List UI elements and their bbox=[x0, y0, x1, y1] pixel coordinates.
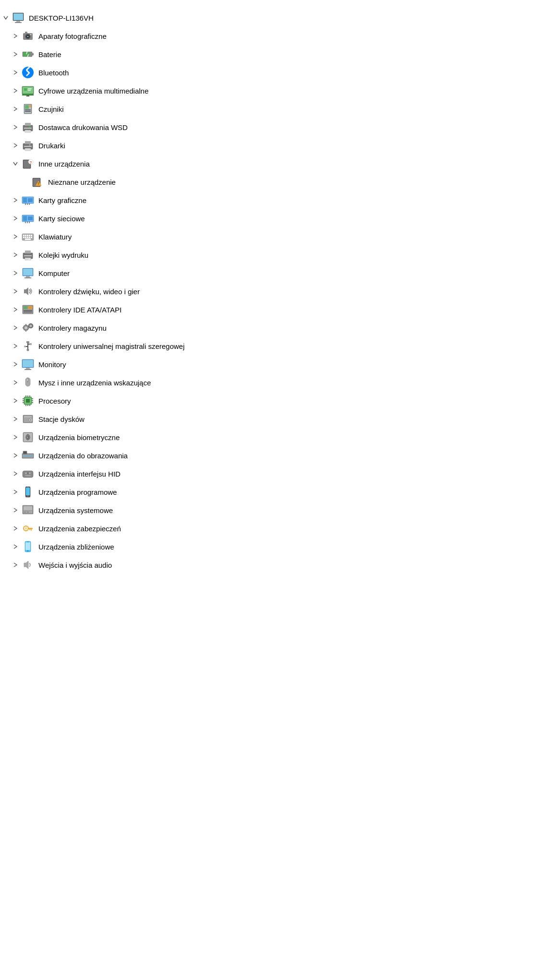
usb-controller-icon bbox=[20, 338, 36, 354]
multimedia-icon bbox=[20, 83, 36, 98]
item-procesory[interactable]: Procesory bbox=[0, 392, 537, 410]
svg-rect-145 bbox=[23, 455, 33, 456]
item-kontrolery-usb[interactable]: Kontrolery uniwersalnej magistrali szere… bbox=[0, 337, 537, 355]
svg-rect-28 bbox=[25, 109, 31, 110]
chevron-audio[interactable] bbox=[11, 560, 20, 570]
label-kolejki: Kolejki wydruku bbox=[38, 251, 88, 259]
svg-rect-161 bbox=[24, 512, 26, 513]
chevron-kontrolery-magazynu[interactable] bbox=[11, 323, 20, 333]
item-audio[interactable]: Wejścia i wyjścia audio bbox=[0, 556, 537, 574]
item-bluetooth[interactable]: Bluetooth bbox=[0, 63, 537, 82]
item-cyfrowe[interactable]: Cyfrowe urządzenia multimedialne bbox=[0, 82, 537, 100]
svg-marker-89 bbox=[24, 287, 28, 295]
svg-rect-101 bbox=[25, 331, 26, 332]
svg-rect-139 bbox=[24, 419, 29, 420]
chevron-klawiatury[interactable] bbox=[11, 232, 20, 241]
chevron-hid[interactable] bbox=[11, 469, 20, 478]
chevron-kontrolery-ide[interactable] bbox=[11, 305, 20, 314]
chevron-zblizeniowe[interactable] bbox=[11, 542, 20, 551]
svg-rect-40 bbox=[24, 146, 32, 147]
svg-point-44 bbox=[29, 144, 31, 146]
chevron-zabezpieczen[interactable] bbox=[11, 524, 20, 533]
label-aparaty: Aparaty fotograficzne bbox=[38, 32, 107, 40]
chevron-karty-sieciowe[interactable] bbox=[11, 214, 20, 223]
print-queue-icon bbox=[20, 247, 36, 263]
chevron-kolejki[interactable] bbox=[11, 250, 20, 260]
item-obrazowanie[interactable]: Urządzenia do obrazowania bbox=[0, 446, 537, 465]
svg-rect-120 bbox=[26, 399, 30, 403]
svg-rect-3 bbox=[15, 22, 22, 23]
item-drukarki[interactable]: Drukarki bbox=[0, 136, 537, 155]
audio-io-icon bbox=[20, 557, 36, 573]
item-dostawca[interactable]: Dostawca drukowania WSD bbox=[0, 118, 537, 136]
svg-rect-130 bbox=[32, 398, 33, 399]
storage-controller-icon bbox=[20, 320, 36, 335]
item-zblizeniowe[interactable]: Urządzenia zbliżeniowe bbox=[0, 538, 537, 556]
item-monitory[interactable]: Monitory bbox=[0, 355, 537, 373]
svg-text:!: ! bbox=[38, 182, 39, 185]
item-kolejki[interactable]: Kolejki wydruku bbox=[0, 246, 537, 264]
bluetooth-icon bbox=[20, 65, 36, 80]
svg-rect-105 bbox=[26, 341, 29, 343]
svg-point-110 bbox=[27, 349, 29, 351]
item-hid[interactable]: Urządzenia interfejsu HID bbox=[0, 465, 537, 483]
chevron-cyfrowe[interactable] bbox=[11, 86, 20, 96]
item-inne[interactable]: ? Inne urządzenia bbox=[0, 155, 537, 173]
chevron-programowe[interactable] bbox=[11, 487, 20, 497]
item-czujniki[interactable]: Czujniki bbox=[0, 100, 537, 118]
svg-rect-166 bbox=[31, 529, 32, 531]
item-nieznane[interactable]: ! Nieznane urządzenie bbox=[0, 173, 537, 191]
battery-icon bbox=[20, 47, 36, 62]
chevron-procesory[interactable] bbox=[11, 396, 20, 406]
item-klawiatury[interactable]: Klawiatury bbox=[0, 227, 537, 246]
chevron-mysz[interactable] bbox=[11, 378, 20, 387]
chevron-karty-graficzne[interactable] bbox=[11, 195, 20, 205]
item-programowe[interactable]: Urządzenia programowe bbox=[0, 483, 537, 501]
chevron-inne[interactable] bbox=[11, 159, 20, 168]
item-karty-graficzne[interactable]: Karty graficzne bbox=[0, 191, 537, 209]
chevron-monitory[interactable] bbox=[11, 359, 20, 369]
label-bluetooth: Bluetooth bbox=[38, 69, 69, 77]
chevron-systemowe[interactable] bbox=[11, 505, 20, 515]
chevron-komputer[interactable] bbox=[11, 268, 20, 278]
camera-icon bbox=[20, 28, 36, 44]
item-komputer[interactable]: Komputer bbox=[0, 264, 537, 282]
svg-rect-20 bbox=[24, 88, 27, 91]
chevron-bluetooth[interactable] bbox=[11, 68, 20, 77]
chevron-drukarki[interactable] bbox=[11, 141, 20, 150]
root-item[interactable]: DESKTOP-LI136VH bbox=[0, 9, 537, 27]
item-kontrolery-ide[interactable]: Kontrolery IDE ATA/ATAPI bbox=[0, 300, 537, 319]
chevron-czujniki[interactable] bbox=[11, 104, 20, 114]
svg-rect-113 bbox=[26, 368, 30, 369]
item-kontrolery-dzwieku[interactable]: Kontrolery dźwięku, wideo i gier bbox=[0, 282, 537, 300]
item-systemowe[interactable]: Urządzenia systemowe bbox=[0, 501, 537, 519]
chevron-kontrolery-dzwieku[interactable] bbox=[11, 287, 20, 296]
chevron-kontrolery-usb[interactable] bbox=[11, 341, 20, 351]
label-zabezpieczen: Urządzenia zabezpieczeń bbox=[38, 525, 121, 533]
item-aparaty[interactable]: Aparaty fotograficzne bbox=[0, 27, 537, 45]
item-mysz[interactable]: Mysz i inne urządzenia wskazujące bbox=[0, 373, 537, 392]
svg-rect-55 bbox=[23, 198, 27, 203]
label-kontrolery-ide: Kontrolery IDE ATA/ATAPI bbox=[38, 306, 122, 314]
svg-rect-107 bbox=[30, 343, 32, 345]
svg-rect-121 bbox=[25, 395, 26, 397]
item-kontrolery-magazynu[interactable]: Kontrolery magazynu bbox=[0, 319, 537, 337]
item-zabezpieczen[interactable]: Urządzenia zabezpieczeń bbox=[0, 519, 537, 538]
item-biometryczne[interactable]: Urządzenia biometryczne bbox=[0, 428, 537, 446]
item-stacje-dyskow[interactable]: Stacje dysków bbox=[0, 410, 537, 428]
chevron-baterie[interactable] bbox=[11, 49, 20, 59]
chevron-biometryczne[interactable] bbox=[11, 432, 20, 442]
chevron-stacje-dyskow[interactable] bbox=[11, 414, 20, 424]
item-baterie[interactable]: Baterie bbox=[0, 45, 537, 63]
label-kontrolery-dzwieku: Kontrolery dźwięku, wideo i gier bbox=[38, 287, 140, 296]
svg-point-150 bbox=[29, 472, 31, 474]
svg-point-155 bbox=[27, 495, 28, 496]
chevron-aparaty[interactable] bbox=[11, 31, 20, 41]
item-karty-sieciowe[interactable]: Karty sieciowe bbox=[0, 209, 537, 227]
chevron-obrazowanie[interactable] bbox=[11, 451, 20, 460]
svg-rect-59 bbox=[29, 203, 30, 205]
chevron-dostawca[interactable] bbox=[11, 122, 20, 132]
root-chevron[interactable] bbox=[1, 13, 11, 23]
security-icon bbox=[20, 521, 36, 536]
svg-rect-23 bbox=[22, 94, 34, 96]
